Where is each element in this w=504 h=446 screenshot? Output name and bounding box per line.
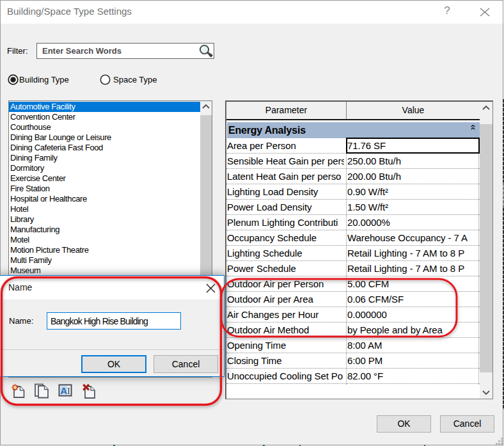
- svg-text:A: A: [60, 385, 67, 396]
- svg-text:I: I: [67, 385, 70, 396]
